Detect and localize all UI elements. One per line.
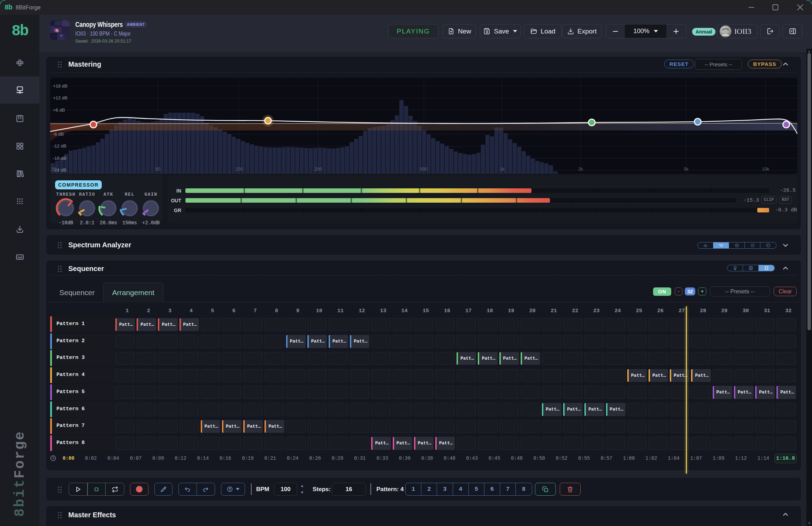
svg-text:+12 dB: +12 dB: [53, 95, 68, 100]
svg-text:200: 200: [314, 166, 322, 172]
svg-text:20: 20: [51, 166, 56, 172]
svg-text:-18 dB: -18 dB: [53, 156, 66, 161]
svg-text:-12 dB: -12 dB: [53, 143, 66, 149]
svg-text:-6 dB: -6 dB: [53, 132, 64, 137]
svg-text:+18 dB: +18 dB: [53, 83, 68, 89]
svg-text:+6 dB: +6 dB: [53, 107, 65, 113]
svg-text:100: 100: [235, 166, 243, 172]
svg-text:5k: 5k: [684, 166, 689, 172]
svg-text:50: 50: [155, 166, 160, 172]
svg-text:10k: 10k: [762, 166, 769, 172]
svg-text:2k: 2k: [578, 166, 583, 172]
svg-text:1k: 1k: [500, 166, 505, 172]
svg-text:500: 500: [420, 166, 428, 172]
